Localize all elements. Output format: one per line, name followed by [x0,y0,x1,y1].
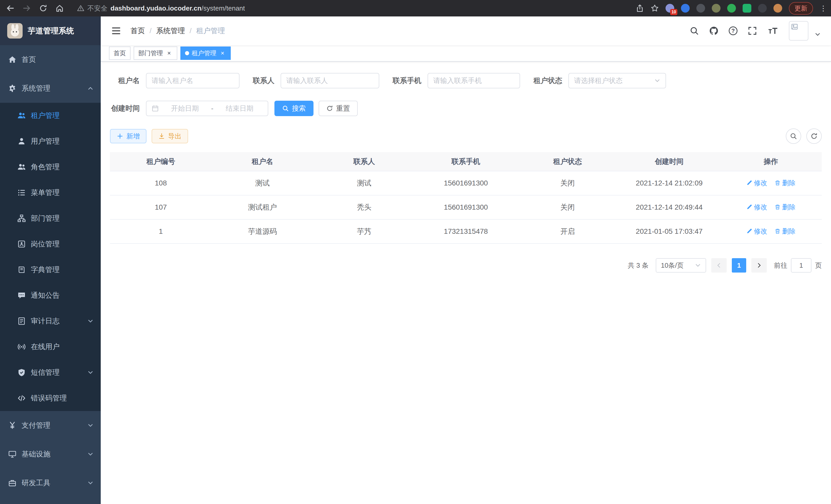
grid-extension-icon[interactable]: 10 [665,4,674,12]
delete-button[interactable]: 删除 [774,179,796,187]
browser-forward-icon[interactable] [23,4,31,12]
contact-cell: 秃头 [313,195,415,219]
edit-button[interactable]: 修改 [746,203,767,212]
bookmark-star-icon[interactable] [651,4,659,12]
green-extension-icon[interactable] [727,4,736,12]
goto-page-input[interactable] [791,258,811,272]
sidebar-item-通知公告[interactable]: 通知公告 [0,283,101,308]
sidebar-item-字典管理[interactable]: 字典管理 [0,257,101,283]
breadcrumb-system[interactable]: 系统管理 [156,26,185,36]
user-icon [18,137,26,145]
users-icon [18,163,26,171]
browser-update-button[interactable]: 更新 [789,2,813,14]
toolbox-icon [8,479,17,487]
column-header: 创建时间 [619,152,720,171]
breadcrumb-separator: / [190,27,192,35]
sidebar-item-角色管理[interactable]: 角色管理 [0,154,101,180]
contact-input[interactable] [286,77,374,85]
sidebar-item-支付管理[interactable]: 支付管理 [0,411,101,440]
sidebar-item-岗位管理[interactable]: 岗位管理 [0,231,101,257]
breadcrumb-home[interactable]: 首页 [131,26,145,36]
sidebar-item-租户管理[interactable]: 租户管理 [0,103,101,128]
browser-home-icon[interactable] [56,4,64,12]
search-form-row-1: 租户名 联系人 联系手机 [110,73,822,88]
sidebar-item-用户管理[interactable]: 用户管理 [0,128,101,154]
chat-extension-icon[interactable] [743,4,751,12]
search-button[interactable]: 搜索 [275,101,314,116]
tab-close-icon[interactable]: × [219,50,226,57]
app-logo[interactable]: 芋道管理系统 [0,17,101,45]
tenant-name-label: 租户名 [110,76,140,86]
export-button[interactable]: 导出 [152,129,188,143]
github-icon[interactable] [709,26,718,35]
edit-button[interactable]: 修改 [746,179,767,187]
browser-reload-icon[interactable] [39,4,47,12]
tab-close-icon[interactable]: × [166,50,173,57]
sidebar-collapse-icon[interactable] [111,26,121,36]
fullscreen-icon[interactable] [748,26,757,35]
dark-extension-icon[interactable] [696,4,705,12]
puzzle-extension-icon[interactable] [758,4,767,12]
security-label: 不安全 [87,4,107,13]
prev-page-button[interactable] [711,258,727,272]
tab-部门管理[interactable]: 部门管理× [134,47,177,60]
delete-button[interactable]: 删除 [774,203,796,212]
sidebar-item-错误码管理[interactable]: 错误码管理 [0,385,101,411]
edit-icon [746,204,752,210]
address-bar[interactable]: dashboard.yudao.iocoder.cn/system/tenant [111,4,245,12]
browser-menu-kebab-icon[interactable]: ⋮ [820,4,825,12]
sidebar-item-首页[interactable]: 首页 [0,45,101,74]
logo-avatar [7,23,23,38]
status-select[interactable]: 请选择租户状态 [568,73,666,88]
page-size-select[interactable]: 10条/页 [656,258,706,272]
column-header: 联系手机 [415,152,517,171]
refresh-icon [326,105,333,112]
olive-extension-icon[interactable] [712,4,720,12]
header-search-icon[interactable] [690,26,699,35]
sidebar-item-研发工具[interactable]: 研发工具 [0,469,101,497]
phone-input[interactable] [433,77,514,85]
reset-button[interactable]: 重置 [319,101,358,116]
profile-avatar-icon[interactable] [773,4,782,12]
share-icon[interactable] [636,4,644,12]
browser-back-icon[interactable] [6,4,15,12]
tab-首页[interactable]: 首页 [109,47,131,60]
app-title: 芋道管理系统 [28,26,74,36]
site-security-chip[interactable]: 不安全 [77,4,107,13]
sidebar-item-短信管理[interactable]: 短信管理 [0,360,101,385]
user-avatar[interactable] [789,21,808,40]
sidebar-item-部门管理[interactable]: 部门管理 [0,206,101,231]
chevron-left-icon [716,262,722,268]
tab-租户管理[interactable]: 租户管理× [180,47,231,60]
next-page-button[interactable] [751,258,767,272]
refresh-icon [810,132,818,140]
sidebar-item-系统管理[interactable]: 系统管理 [0,74,101,103]
column-header: 租户名 [212,152,314,171]
sidebar-item-基础设施[interactable]: 基础设施 [0,440,101,469]
broken-image-icon [791,23,798,30]
delete-button[interactable]: 删除 [774,227,796,236]
end-date-placeholder: 结束日期 [217,104,263,113]
sidebar-item-菜单管理[interactable]: 菜单管理 [0,180,101,206]
help-icon[interactable]: ? [729,26,738,35]
pin-extension-icon[interactable] [681,4,690,12]
font-size-icon[interactable] [767,27,779,35]
sidebar-item-在线用户[interactable]: 在线用户 [0,334,101,360]
add-button[interactable]: 新增 [110,129,146,143]
refresh-table-button[interactable] [806,128,822,144]
breadcrumb-separator: / [149,27,152,35]
avatar-caret-down-icon[interactable] [814,31,821,37]
status-cell: 关闭 [517,171,619,195]
pagination: 共 3 条 10条/页 1 前往 页 [110,258,822,272]
column-header: 租户编号 [110,152,212,171]
toggle-search-button[interactable] [786,128,801,144]
page-number-1[interactable]: 1 [732,258,746,272]
chevron-up-icon [87,85,93,91]
edit-button[interactable]: 修改 [746,227,767,236]
sidebar-item-审计日志[interactable]: 审计日志 [0,308,101,334]
created-time-cell: 2021-12-14 20:49:44 [619,195,720,219]
date-range-picker[interactable]: 开始日期 - 结束日期 [146,101,268,116]
chevron-down-icon [695,262,701,268]
created-time-cell: 2021-12-14 21:02:09 [619,171,720,195]
tenant-name-input[interactable] [152,77,234,85]
